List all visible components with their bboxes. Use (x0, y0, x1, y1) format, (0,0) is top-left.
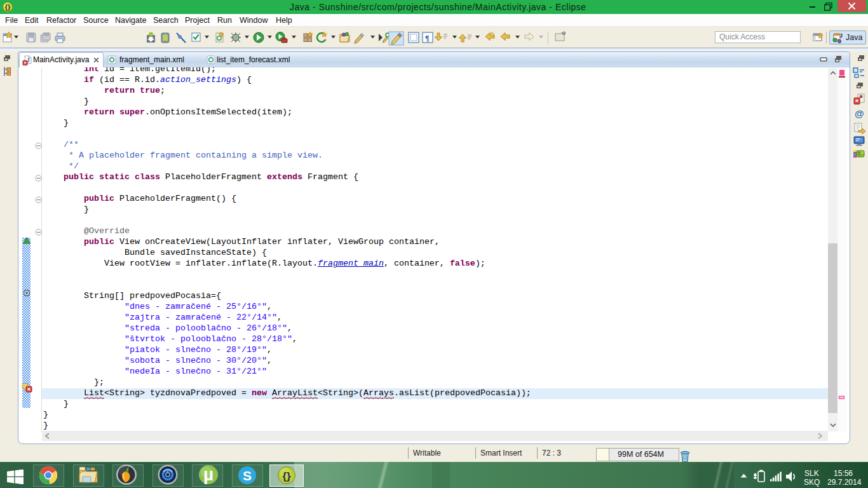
svg-text:{}: {} (5, 3, 11, 11)
svg-text:µ: µ (203, 464, 214, 484)
svg-text:S: S (243, 468, 252, 483)
svg-text:@: @ (855, 108, 864, 119)
svg-text:J: J (839, 32, 843, 39)
svg-text:{}: {} (282, 470, 291, 482)
svg-text:¶: ¶ (425, 34, 429, 43)
